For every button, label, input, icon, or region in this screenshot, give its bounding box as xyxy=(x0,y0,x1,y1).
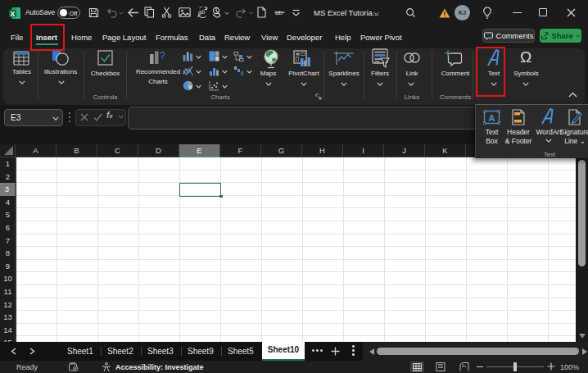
svg-text:A: A xyxy=(489,113,495,123)
svg-text:?: ? xyxy=(160,50,165,61)
